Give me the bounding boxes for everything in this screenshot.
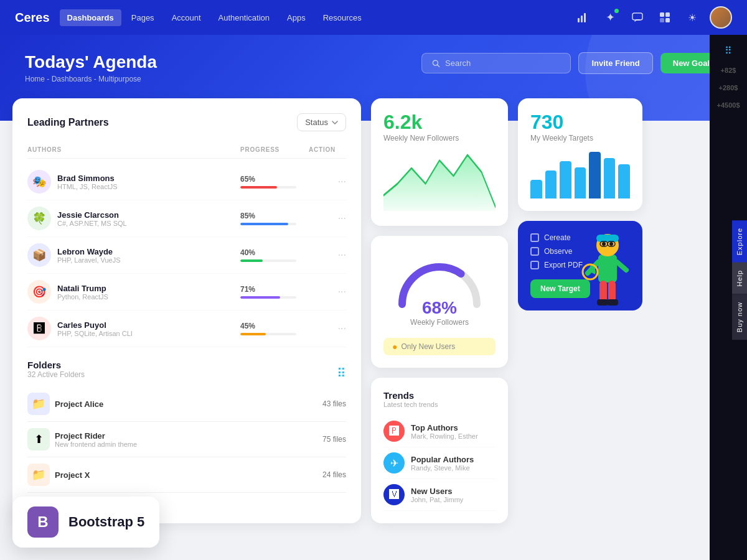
nav-dashboards[interactable]: Dashboards bbox=[60, 9, 121, 26]
nav-authentication[interactable]: Authentication bbox=[211, 9, 277, 26]
help-tab[interactable]: Help bbox=[732, 263, 747, 294]
svg-rect-0 bbox=[578, 18, 580, 22]
progress-percent: 85% bbox=[240, 212, 309, 220]
table-header: AUTHORS PROGRESS ACTION bbox=[27, 141, 346, 159]
trend-authors: John, Pat, Jimmy bbox=[411, 496, 463, 503]
grid-icon[interactable] bbox=[655, 7, 675, 27]
partner-skills: PHP, Laravel, VueJS bbox=[57, 256, 121, 264]
trend-name: New Users bbox=[411, 487, 463, 496]
partner-name: Lebron Wayde bbox=[57, 247, 121, 256]
folder-info: 📁 Project Alice bbox=[27, 393, 103, 415]
nav-apps[interactable]: Apps bbox=[280, 9, 313, 26]
leading-partners-title: Leading Partners bbox=[27, 117, 109, 128]
nav-right: ✦ ☀ bbox=[573, 6, 732, 29]
trend-authors: Mark, Rowling, Esther bbox=[411, 432, 478, 440]
partner-row: 🎯 Natali Trump Python, ReactJS 71% ··· bbox=[27, 274, 346, 310]
dark-stat-3: +4500$ bbox=[716, 101, 740, 109]
partner-row: 🎭 Brad Simmons HTML, JS, ReactJS 65% ··· bbox=[27, 164, 346, 200]
folder-row: 📁 Project X 24 files bbox=[27, 457, 346, 493]
dark-panel-dots: ⠿ bbox=[725, 45, 732, 57]
folder-files: 75 files bbox=[322, 435, 346, 444]
invite-friend-button[interactable]: Invite Friend bbox=[578, 52, 652, 74]
trend-authors: Randy, Steve, Mike bbox=[411, 464, 474, 472]
partner-details: Lebron Wayde PHP, Laravel, VueJS bbox=[57, 247, 121, 264]
partner-info: 🍀 Jessie Clarcson C#, ASP.NET, MS SQL bbox=[27, 207, 240, 230]
followers-stat: 6.2k bbox=[383, 111, 496, 134]
bar bbox=[530, 180, 542, 198]
folder-name: Project Alice bbox=[55, 399, 103, 409]
bar bbox=[589, 152, 601, 198]
leading-partners-card: Leading Partners Status AUTHORS PROGRESS… bbox=[12, 98, 361, 523]
breadcrumb: Home - Dashboards - Multipurpose bbox=[25, 75, 722, 83]
right-column: 730 My Weekly Targets Cereate Observe Ex… bbox=[518, 98, 642, 523]
folder-row: ⬆ Project Rider New frontend admin theme… bbox=[27, 422, 346, 457]
user-avatar[interactable] bbox=[710, 6, 732, 29]
character-svg bbox=[576, 223, 639, 310]
promo-checkbox[interactable] bbox=[530, 261, 539, 269]
explore-tab[interactable]: Explore bbox=[732, 220, 747, 263]
more-options-button[interactable]: ··· bbox=[309, 213, 346, 224]
trends-title: Trends bbox=[383, 390, 496, 401]
partner-details: Natali Trump Python, ReactJS bbox=[57, 284, 108, 301]
progress-percent: 45% bbox=[240, 322, 309, 330]
partner-skills: C#, ASP.NET, MS SQL bbox=[57, 220, 127, 227]
folder-files: 24 files bbox=[322, 470, 346, 479]
svg-rect-4 bbox=[660, 12, 664, 17]
progress-percent: 40% bbox=[240, 248, 309, 257]
partner-avatar: 🅱 bbox=[27, 317, 51, 340]
weekly-targets-card: 730 My Weekly Targets bbox=[518, 98, 642, 211]
gauge-card: 68% Weekly Followers ● Only New Users bbox=[371, 236, 508, 368]
sparkle-icon[interactable]: ✦ bbox=[600, 7, 620, 27]
svg-rect-9 bbox=[598, 254, 617, 282]
promo-checkbox[interactable] bbox=[530, 233, 539, 242]
bar bbox=[618, 164, 630, 198]
followers-label: Weekly New Followers bbox=[383, 134, 496, 142]
progress-bar-bg bbox=[240, 296, 296, 299]
partner-skills: HTML, JS, ReactJS bbox=[57, 183, 118, 190]
folder-row: 📁 Project Alice 43 files bbox=[27, 386, 346, 422]
partner-name: Jessie Clarcson bbox=[57, 210, 127, 220]
search-box[interactable] bbox=[421, 53, 571, 73]
nav-pages[interactable]: Pages bbox=[124, 9, 162, 26]
folder-name: Project Rider bbox=[55, 431, 137, 441]
more-options-button[interactable]: ··· bbox=[309, 323, 346, 334]
folder-info: ⬆ Project Rider New frontend admin theme bbox=[27, 428, 137, 450]
svg-rect-2 bbox=[584, 13, 586, 22]
partner-details: Carles Puyol PHP, SQLite, Artisan CLI bbox=[57, 320, 133, 337]
trend-rows: 🅿 Top Authors Mark, Rowling, Esther ✈ Po… bbox=[383, 416, 496, 511]
more-options-button[interactable]: ··· bbox=[309, 286, 346, 297]
more-options-button[interactable]: ··· bbox=[309, 250, 346, 261]
settings-icon[interactable]: ☀ bbox=[682, 7, 702, 27]
partner-avatar: 🎭 bbox=[27, 170, 51, 194]
folder-files: 43 files bbox=[322, 399, 346, 408]
trend-icon: 🅿 bbox=[383, 421, 405, 442]
promo-card: Cereate Observe Export PDF New Target bbox=[518, 221, 642, 310]
brand-logo: Ceres bbox=[15, 11, 50, 25]
bootstrap-text: Bootstrap 5 bbox=[68, 514, 144, 530]
side-tabs: Explore Help Buy now bbox=[732, 220, 747, 340]
status-dropdown[interactable]: Status bbox=[297, 113, 346, 131]
more-options-button[interactable]: ··· bbox=[309, 176, 346, 187]
chat-icon[interactable] bbox=[627, 7, 647, 27]
folders-title: Folders bbox=[27, 360, 85, 370]
search-input[interactable] bbox=[445, 58, 560, 68]
promo-option-label: Cereate bbox=[544, 233, 571, 242]
nav-resources[interactable]: Resources bbox=[316, 9, 369, 26]
partner-row: 📦 Lebron Wayde PHP, Laravel, VueJS 40% ·… bbox=[27, 237, 346, 274]
promo-checkbox[interactable] bbox=[530, 247, 539, 256]
progress-bar-bg bbox=[240, 333, 296, 335]
folder-name: Project X bbox=[55, 470, 90, 480]
folders-menu-icon[interactable]: ⠿ bbox=[337, 366, 346, 381]
trend-icon: ✈ bbox=[383, 452, 405, 474]
buy-now-tab[interactable]: Buy now bbox=[732, 294, 747, 340]
gauge-label: Weekly Followers bbox=[410, 318, 469, 327]
chart-icon[interactable] bbox=[573, 7, 593, 27]
partner-details: Jessie Clarcson C#, ASP.NET, MS SQL bbox=[57, 210, 127, 227]
progress-bar-fill bbox=[240, 333, 266, 335]
nav-account[interactable]: Account bbox=[164, 9, 209, 26]
progress-wrap: 85% bbox=[240, 212, 309, 225]
folder-info: 📁 Project X bbox=[27, 464, 90, 486]
trend-item: ✈ Popular Authors Randy, Steve, Mike bbox=[383, 447, 496, 479]
progress-percent: 65% bbox=[240, 175, 309, 184]
dark-stat-2: +280$ bbox=[719, 84, 738, 91]
